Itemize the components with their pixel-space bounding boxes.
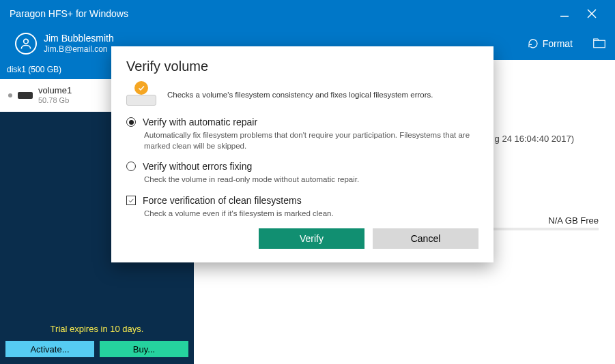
svg-rect-4 <box>594 40 605 48</box>
date-text: g 24 16:04:40 2017) <box>495 134 574 144</box>
format-label: Format <box>543 38 573 49</box>
radio-icon <box>126 117 136 127</box>
drive-icon <box>18 92 33 99</box>
option-force-verify[interactable]: Force verification of clean filesystems <box>126 195 478 206</box>
verify-volume-dialog: Verify volume Checks a volume's filesyst… <box>111 46 494 262</box>
browse-button[interactable] <box>593 37 605 50</box>
svg-point-3 <box>24 39 29 44</box>
checkbox-icon <box>126 196 136 205</box>
titlebar: Paragon HFS+ for Windows <box>0 0 615 27</box>
format-button[interactable]: Format <box>528 38 573 49</box>
refresh-icon <box>528 38 539 49</box>
trial-message: Trial expires in 10 days. <box>0 317 194 341</box>
option-label: Verify without errors fixing <box>143 161 252 172</box>
dialog-subtitle: Checks a volume's filesystem consistency… <box>167 91 433 99</box>
option-description: Check the volume in read-only mode witho… <box>144 175 478 185</box>
app-title: Paragon HFS+ for Windows <box>10 8 128 19</box>
user-email: Jim.B@email.con <box>44 44 114 54</box>
option-description: Check a volume even if it's filesystem i… <box>144 209 478 219</box>
avatar[interactable] <box>15 33 37 55</box>
option-readonly[interactable]: Verify without errors fixing <box>126 161 478 172</box>
folder-icon <box>593 37 605 48</box>
minimize-icon <box>559 8 570 19</box>
close-button[interactable] <box>578 0 605 27</box>
status-dot-icon <box>8 93 12 97</box>
option-label: Verify with automatic repair <box>143 117 257 127</box>
option-description: Automatically fix filesystem problems th… <box>144 130 478 151</box>
dialog-title: Verify volume <box>126 59 478 74</box>
volume-size: 50.78 Gb <box>38 96 72 106</box>
verify-button[interactable]: Verify <box>259 228 364 249</box>
volume-name: volume1 <box>38 85 72 96</box>
free-space-label: N/A GB Free <box>548 215 599 226</box>
activate-button[interactable]: Activate... <box>5 341 94 357</box>
cancel-button[interactable]: Cancel <box>373 228 478 249</box>
radio-icon <box>126 162 136 171</box>
option-auto-repair[interactable]: Verify with automatic repair <box>126 117 478 127</box>
close-icon <box>586 7 598 20</box>
user-icon <box>19 37 33 50</box>
option-label: Force verification of clean filesystems <box>143 195 302 206</box>
minimize-button[interactable] <box>551 0 578 27</box>
user-info: Jim Bubblesmith Jim.B@email.con <box>44 33 114 54</box>
drive-check-icon <box>126 84 156 106</box>
buy-button[interactable]: Buy... <box>100 341 188 357</box>
user-name: Jim Bubblesmith <box>44 33 114 44</box>
